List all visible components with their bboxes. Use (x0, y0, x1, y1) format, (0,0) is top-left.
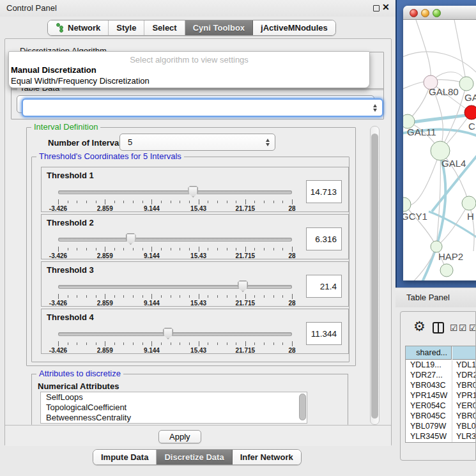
tab-cyni-toolbox[interactable]: Cyni Toolbox (185, 20, 253, 35)
column-divider (452, 360, 452, 443)
close-traffic-light[interactable] (410, 9, 418, 17)
cell-shared-name: YDR27... (406, 371, 452, 380)
slider-thumb[interactable] (188, 186, 198, 197)
slider-tick (199, 199, 199, 204)
tab-network[interactable]: Network (48, 20, 109, 35)
checkbox-icon[interactable]: ☑ (459, 323, 467, 333)
slider-thumb[interactable] (238, 280, 248, 292)
threshold-slider[interactable]: -3.4262.8599.14415.4321.71528 (58, 280, 292, 307)
slider-tick (199, 294, 199, 299)
threshold-value-field[interactable]: 6.316 (306, 227, 342, 250)
network-node-green[interactable] (462, 196, 476, 210)
slider-tick (86, 201, 87, 203)
tab-jactivemnodules[interactable]: jActiveMNodules (253, 20, 335, 35)
algorithm-combobox[interactable] (22, 98, 383, 117)
table-row[interactable]: YLR345WYLR3 (406, 432, 476, 442)
apply-button[interactable]: Apply (158, 430, 201, 443)
cell-name: YER0 (452, 401, 476, 410)
slider-tick (105, 294, 105, 299)
table-row[interactable]: YDR27...YDR2 (406, 371, 476, 381)
zoom-traffic-light[interactable] (433, 9, 441, 17)
table-row[interactable]: YIL052CYIL0 (406, 442, 476, 443)
slider-track[interactable] (58, 332, 292, 336)
tab-impute-data[interactable]: Impute Data (93, 450, 157, 464)
slider-thumb[interactable] (126, 233, 136, 245)
slider-track[interactable] (58, 285, 292, 289)
slider-tick-label: 28 (288, 347, 295, 354)
combo-arrows-icon (373, 104, 377, 112)
columns-icon[interactable] (433, 322, 444, 334)
slider-tick (58, 294, 59, 299)
table-row[interactable]: YDL19...YDL1 (406, 360, 476, 371)
tab-discretize-data[interactable]: Discretize Data (157, 450, 232, 464)
slider-ticks (58, 247, 292, 252)
threshold-panel: Threshold 3 -3.4262.8599.14415.4321.7152… (41, 261, 349, 307)
float-window-icon[interactable] (373, 5, 380, 12)
gear-icon[interactable]: ⚙ (413, 320, 426, 334)
threshold-slider[interactable]: -3.4262.8599.14415.4321.71528 (58, 233, 292, 259)
slider-tick (142, 201, 143, 203)
slider-tick-label: 21.715 (236, 252, 256, 259)
bottom-tab-bar: Impute Data Discretize Data Infer Networ… (93, 449, 302, 465)
slider-track[interactable] (58, 190, 292, 194)
tab-style[interactable]: Style (109, 20, 144, 35)
network-window-titlebar[interactable] (403, 6, 476, 20)
column-header-shared[interactable]: shared... (406, 346, 452, 360)
network-node-green[interactable] (459, 77, 473, 91)
column-header-name[interactable]: na (452, 346, 476, 360)
slider-tick (264, 295, 265, 298)
slider-tick (227, 342, 227, 345)
slider-tick-label: 28 (288, 205, 295, 212)
tab-infer-network[interactable]: Infer Network (233, 450, 301, 464)
network-view-window[interactable]: GAL80GACGAL11GAL4GCY1HHAP2 (403, 6, 476, 280)
checkbox-icon[interactable]: ☑ (469, 323, 476, 333)
attribute-list-item[interactable]: SelfLoops (41, 392, 307, 403)
slider-track[interactable] (58, 238, 292, 242)
table-row[interactable]: YPR145WYPR1 (406, 391, 476, 401)
number-of-intervals-combobox[interactable]: 5 (119, 134, 275, 151)
scrollbar-thumb[interactable] (371, 134, 378, 418)
network-node-red[interactable] (464, 105, 476, 119)
slider-tick (180, 201, 180, 203)
popup-item-equal-width[interactable]: Equal Width/Frequency Discretization (11, 76, 150, 86)
slider-tick (189, 295, 190, 298)
close-icon[interactable]: ✕ (382, 2, 390, 12)
network-canvas[interactable]: GAL80GACGAL11GAL4GCY1HHAP2 (403, 20, 476, 280)
popup-item-manual[interactable]: Manual Discretization (11, 65, 96, 75)
checkbox-icon[interactable]: ☑ (450, 323, 458, 333)
table-row[interactable]: YBR043CYBR0 (406, 381, 476, 391)
network-node-green[interactable] (440, 264, 453, 277)
attribute-list-item[interactable]: BetweennessCentrality (41, 413, 307, 423)
threshold-slider[interactable]: -3.4262.8599.14415.4321.71528 (58, 327, 292, 354)
slider-tick (180, 248, 180, 250)
minimize-traffic-light[interactable] (421, 9, 429, 17)
threshold-value-field[interactable]: 11.344 (306, 322, 342, 345)
slider-tick (171, 342, 171, 345)
attribute-list-item[interactable]: TopologicalCoefficient (41, 403, 307, 413)
slider-tick (68, 248, 68, 250)
list-scrollbar[interactable] (299, 394, 306, 420)
table-row[interactable]: YBR045CYBR0 (406, 411, 476, 422)
slider-tick (189, 248, 190, 250)
slider-tick (96, 248, 96, 250)
slider-tick (264, 342, 265, 345)
numerical-attributes-list[interactable]: SelfLoopsTopologicalCoefficientBetweenne… (40, 392, 307, 424)
slider-tick (77, 295, 77, 298)
slider-tick (58, 341, 59, 346)
slider-tick (227, 248, 227, 250)
threshold-slider[interactable]: -3.4262.8599.14415.4321.71528 (58, 185, 292, 212)
network-node-green[interactable] (403, 197, 411, 211)
slider-tick-label: 9.144 (144, 300, 160, 307)
threshold-value-field[interactable]: 21.4 (306, 275, 342, 298)
popup-placeholder-item[interactable]: Select algorithm to view settings (9, 55, 369, 65)
tab-select[interactable]: Select (144, 20, 185, 35)
table-row[interactable]: YER054CYER0 (406, 401, 476, 411)
vertical-scrollbar[interactable] (370, 126, 380, 425)
attributes-group-label: Attributes to discretize (36, 369, 123, 378)
table-row[interactable]: YBL079WYBL0 (406, 422, 476, 432)
slider-tick (254, 295, 255, 298)
threshold-value-field[interactable]: 14.713 (306, 180, 342, 203)
cell-shared-name: YPR145W (406, 391, 452, 400)
slider-thumb[interactable] (163, 328, 173, 339)
slider-tick (217, 248, 218, 250)
